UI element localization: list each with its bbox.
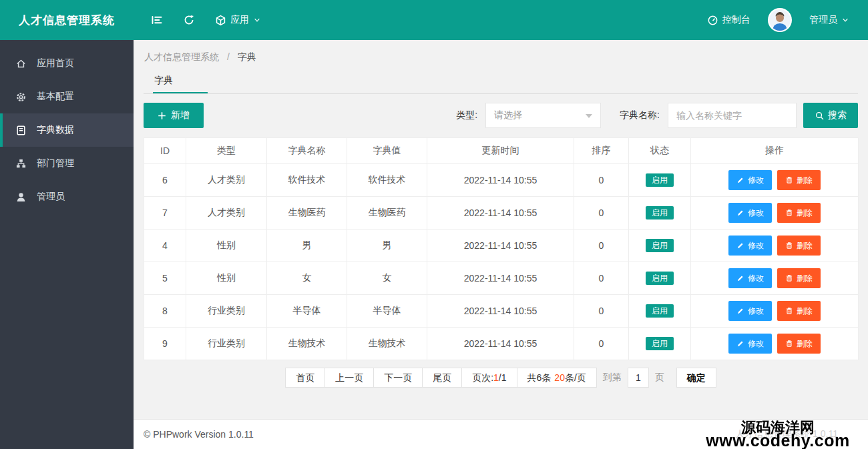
home-icon [15,58,27,69]
status-badge: 启用 [646,272,674,285]
trash-icon [785,242,793,250]
breadcrumb-root[interactable]: 人才信息管理系统 [144,51,219,62]
table-row: 7 人才类别 生物医药 生物医药 2022-11-14 10:55 0 启用 修… [144,197,859,230]
avatar[interactable] [768,8,792,32]
table-row: 6 人才类别 软件技术 软件技术 2022-11-14 10:55 0 启用 修… [144,164,859,197]
edit-button[interactable]: 修改 [728,268,772,288]
delete-button[interactable]: 删除 [777,170,821,190]
cell-actions: 修改删除 [691,328,859,360]
sidebar-item-department[interactable]: 部门管理 [0,147,134,180]
trash-icon [785,340,793,348]
sidebar-item-home[interactable]: 应用首页 [0,47,134,80]
pencil-icon [736,209,744,217]
delete-button[interactable]: 删除 [777,268,821,288]
sidebar-item-admin[interactable]: 管理员 [0,180,134,213]
edit-button[interactable]: 修改 [728,301,772,321]
col-id: ID [144,138,186,164]
page-last-button[interactable]: 尾页 [422,368,462,388]
cell-name: 软件技术 [267,164,347,197]
page-indicator: 页次:1/1 [461,368,517,388]
col-actions: 操作 [691,138,859,164]
add-button-label: 新增 [171,109,190,121]
cell-id: 8 [144,295,186,328]
cell-type: 人才类别 [186,164,267,197]
status-badge: 启用 [646,206,674,219]
toolbar: 新增 类型: 请选择 字典名称: 搜索 [144,103,858,128]
cell-sort: 0 [574,262,629,295]
sidebar-item-dictionary[interactable]: 字典数据 [0,113,134,147]
sidebar-item-config[interactable]: 基本配置 [0,80,134,113]
sidebar-item-label: 基本配置 [37,91,74,103]
edit-button[interactable]: 修改 [728,170,772,190]
app-menu-label: 应用 [230,14,249,26]
cell-value: 软件技术 [347,164,427,197]
cell-status: 启用 [629,328,691,360]
tab-dictionary[interactable]: 字典 [153,71,208,93]
cell-updated: 2022-11-14 10:55 [427,197,574,230]
page-first-button[interactable]: 首页 [285,368,325,388]
refresh-button[interactable] [183,14,195,26]
page-prev-button[interactable]: 上一页 [324,368,374,388]
delete-button[interactable]: 删除 [777,203,821,223]
pencil-icon [736,274,744,282]
cell-name: 女 [267,262,347,295]
book-icon [15,125,27,136]
cell-name: 男 [267,230,347,262]
cell-sort: 0 [574,295,629,328]
cell-status: 启用 [629,230,691,262]
edit-button-label: 修改 [748,306,764,317]
chevron-down-icon [253,16,261,24]
type-filter-label: 类型: [456,109,477,121]
search-button[interactable]: 搜索 [803,103,858,128]
delete-button[interactable]: 删除 [777,334,821,354]
user-menu[interactable]: 管理员 [809,14,849,26]
status-badge: 启用 [646,304,674,318]
type-select[interactable]: 请选择 [485,103,601,128]
cell-name: 生物技术 [267,328,347,360]
pencil-icon [736,307,744,315]
footer: © PHPwork Version 1.0.11 人才信息管理系统 1.0.11 [134,419,868,449]
page-next-button[interactable]: 下一页 [373,368,423,388]
cell-type: 行业类别 [186,328,267,360]
edit-button[interactable]: 修改 [728,203,772,223]
breadcrumb-separator: / [227,51,230,62]
collapse-sidebar-button[interactable] [151,14,163,26]
delete-button-label: 删除 [797,273,813,284]
goto-confirm-button[interactable]: 确定 [676,368,716,388]
cell-id: 7 [144,197,186,230]
app-menu[interactable]: 应用 [215,14,261,26]
delete-button[interactable]: 删除 [777,301,821,321]
edit-button-label: 修改 [748,175,764,186]
page-total: /1 [499,372,507,383]
delete-button[interactable]: 删除 [777,236,821,256]
cell-sort: 0 [574,197,629,230]
cell-value: 半导体 [347,295,427,328]
edit-button[interactable]: 修改 [728,334,772,354]
sidebar: 应用首页 基本配置 字典数据 部门管理 管理员 [0,40,134,449]
add-button[interactable]: 新增 [144,103,204,128]
table-row: 4 性别 男 男 2022-11-14 10:55 0 启用 修改删除 [144,230,859,262]
cell-actions: 修改删除 [691,164,859,197]
app-box-icon [215,15,226,26]
edit-button-label: 修改 [748,273,764,284]
col-sort: 排序 [574,138,629,164]
top-header: 人才信息管理系统 应用 [0,0,868,40]
cell-value: 男 [347,230,427,262]
cell-id: 9 [144,328,186,360]
edit-button[interactable]: 修改 [728,236,772,256]
page-current: 1 [493,372,499,383]
col-name: 字典名称 [267,138,347,164]
goto-page-input[interactable] [628,368,649,388]
record-count: 共6条20条/页 [517,368,597,388]
cell-type: 性别 [186,230,267,262]
delete-button-label: 删除 [797,240,813,252]
edit-button-label: 修改 [748,338,764,350]
cell-status: 启用 [629,197,691,230]
sidebar-item-label: 字典数据 [37,124,74,136]
select-caret-icon [586,114,592,118]
cell-updated: 2022-11-14 10:55 [427,328,574,360]
breadcrumb: 人才信息管理系统 / 字典 [144,40,858,63]
console-link[interactable]: 控制台 [707,14,750,26]
sidebar-item-label: 管理员 [37,191,65,203]
dict-name-input[interactable] [668,103,797,128]
